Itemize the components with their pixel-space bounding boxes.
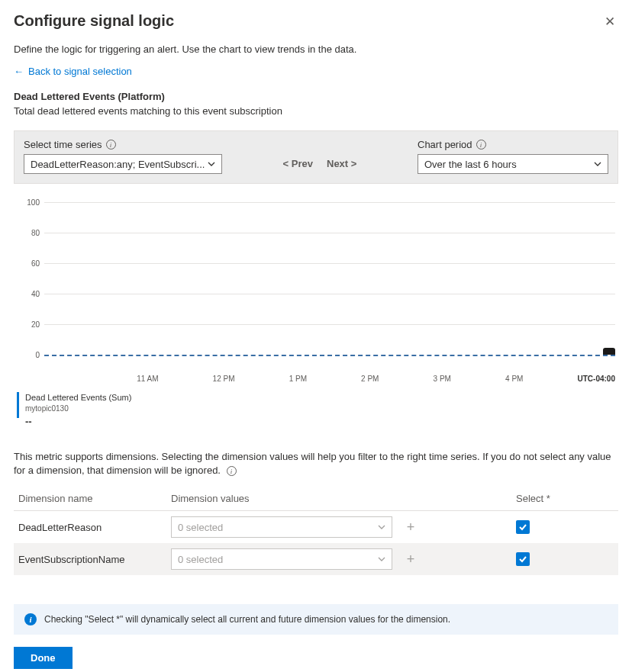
- chart-period-select[interactable]: Over the last 6 hours: [418, 154, 608, 174]
- chart-y-tick-label: 60: [14, 259, 40, 268]
- add-dimension-value-button[interactable]: +: [400, 516, 421, 538]
- dimensions-intro-text: This metric supports dimensions. Selecti…: [14, 451, 611, 476]
- close-icon[interactable]: ✕: [601, 12, 618, 31]
- dimension-name-cell: DeadLetterReason: [14, 511, 166, 544]
- info-icon: i: [24, 613, 37, 625]
- chart-x-tick-label: 11 AM: [137, 375, 158, 383]
- dimension-row: DeadLetterReason0 selected+: [14, 511, 618, 544]
- chart-gridline: [44, 202, 615, 203]
- col-select-all: Select *: [511, 487, 618, 511]
- dimension-name-cell: EventSubscriptionName: [14, 543, 166, 575]
- col-dimension-values: Dimension values: [166, 487, 511, 511]
- dimensions-table: Dimension name Dimension values Select *…: [14, 487, 618, 575]
- chevron-down-icon: [378, 522, 385, 533]
- add-dimension-value-button[interactable]: +: [400, 548, 421, 570]
- signal-description: Total dead lettered events matching to t…: [14, 105, 618, 117]
- chart-y-tick-label: 20: [14, 320, 40, 329]
- dimension-values-select[interactable]: 0 selected: [171, 548, 392, 570]
- info-icon[interactable]: i: [106, 140, 116, 150]
- legend-series-value: --: [25, 415, 131, 429]
- info-banner-text: Checking "Select *" will dynamically sel…: [44, 614, 450, 625]
- page-title: Configure signal logic: [14, 12, 174, 30]
- chart-y-tick-label: 0: [14, 351, 40, 359]
- chart-y-tick-label: 100: [14, 198, 40, 207]
- chart-x-tick-label: 4 PM: [505, 375, 523, 383]
- chevron-down-icon: [378, 554, 385, 565]
- chart-x-tick-label: 12 PM: [213, 375, 235, 383]
- chart-y-tick-label: 80: [14, 229, 40, 237]
- legend-series-source: mytopic0130: [25, 404, 131, 414]
- time-series-select[interactable]: DeadLetterReason:any; EventSubscri...: [24, 154, 222, 174]
- prev-button[interactable]: < Prev: [283, 158, 313, 169]
- signal-name: Dead Lettered Events (Platform): [14, 91, 618, 102]
- chart-y-tick-label: 40: [14, 290, 40, 298]
- chart-x-tick-label: 3 PM: [434, 375, 451, 383]
- legend-series-name: Dead Lettered Events (Sum): [25, 392, 131, 404]
- chart-x-tick-label: 2 PM: [361, 375, 379, 383]
- chart-period-label: Chart period: [418, 139, 472, 150]
- back-link-label: Back to signal selection: [28, 66, 132, 77]
- dimension-values-placeholder: 0 selected: [178, 554, 223, 565]
- chart-gridline: [44, 294, 615, 294]
- chart-gridline: [44, 263, 615, 264]
- chart-period-value: Over the last 6 hours: [424, 159, 517, 170]
- page-subtitle: Define the logic for triggering an alert…: [14, 43, 618, 55]
- chart-gridline: [44, 324, 615, 325]
- chevron-down-icon: [594, 160, 601, 168]
- chevron-down-icon: [208, 160, 215, 168]
- chart-zero-line: [44, 355, 615, 356]
- arrow-left-icon: ←: [14, 66, 24, 77]
- select-all-checkbox[interactable]: [516, 520, 530, 534]
- chart-gridline: [44, 233, 615, 233]
- metric-chart: 020406080100 11 AM12 PM1 PM2 PM3 PM4 PMU…: [14, 202, 618, 429]
- chart-timezone-label: UTC-04:00: [578, 375, 615, 383]
- info-banner: i Checking "Select *" will dynamically s…: [14, 604, 618, 635]
- dimension-values-placeholder: 0 selected: [178, 522, 223, 533]
- time-series-label: Select time series: [24, 139, 102, 150]
- col-dimension-name: Dimension name: [14, 487, 166, 511]
- chart-x-tick-label: 1 PM: [289, 375, 307, 383]
- chart-controls-bar: Select time series i DeadLetterReason:an…: [14, 130, 618, 184]
- time-series-value: DeadLetterReason:any; EventSubscri...: [31, 159, 205, 170]
- info-icon[interactable]: i: [476, 140, 486, 150]
- chart-current-marker: [603, 348, 615, 355]
- dimension-values-select[interactable]: 0 selected: [171, 516, 392, 538]
- legend-color-swatch: [17, 392, 19, 418]
- select-all-checkbox[interactable]: [516, 552, 530, 566]
- done-button[interactable]: Done: [14, 647, 73, 669]
- dimension-row: EventSubscriptionName0 selected+: [14, 543, 618, 575]
- back-to-signal-selection-link[interactable]: ← Back to signal selection: [14, 66, 132, 77]
- info-icon[interactable]: i: [227, 466, 237, 476]
- next-button[interactable]: Next >: [327, 158, 356, 169]
